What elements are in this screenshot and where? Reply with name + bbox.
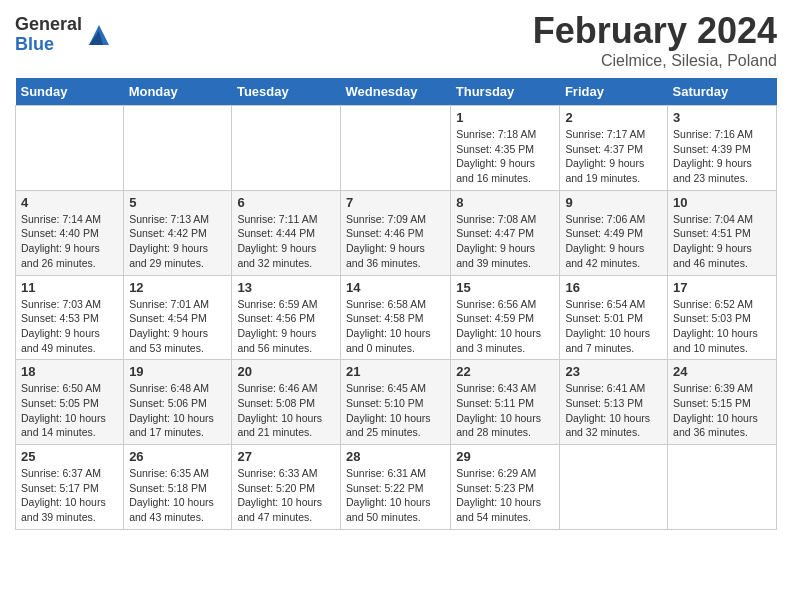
calendar-cell: 24Sunrise: 6:39 AM Sunset: 5:15 PM Dayli… bbox=[668, 360, 777, 445]
day-info: Sunrise: 6:54 AM Sunset: 5:01 PM Dayligh… bbox=[565, 297, 662, 356]
calendar-cell bbox=[560, 445, 668, 530]
day-number: 7 bbox=[346, 195, 445, 210]
calendar-cell: 2Sunrise: 7:17 AM Sunset: 4:37 PM Daylig… bbox=[560, 106, 668, 191]
day-number: 2 bbox=[565, 110, 662, 125]
header: General Blue February 2024 Cielmice, Sil… bbox=[15, 10, 777, 70]
calendar-cell: 3Sunrise: 7:16 AM Sunset: 4:39 PM Daylig… bbox=[668, 106, 777, 191]
day-number: 10 bbox=[673, 195, 771, 210]
day-info: Sunrise: 7:03 AM Sunset: 4:53 PM Dayligh… bbox=[21, 297, 118, 356]
calendar-cell: 18Sunrise: 6:50 AM Sunset: 5:05 PM Dayli… bbox=[16, 360, 124, 445]
calendar-cell: 10Sunrise: 7:04 AM Sunset: 4:51 PM Dayli… bbox=[668, 190, 777, 275]
day-number: 12 bbox=[129, 280, 226, 295]
logo-icon bbox=[85, 21, 113, 49]
day-number: 21 bbox=[346, 364, 445, 379]
day-info: Sunrise: 6:50 AM Sunset: 5:05 PM Dayligh… bbox=[21, 381, 118, 440]
day-number: 20 bbox=[237, 364, 335, 379]
calendar-cell: 21Sunrise: 6:45 AM Sunset: 5:10 PM Dayli… bbox=[340, 360, 450, 445]
calendar-cell bbox=[340, 106, 450, 191]
calendar-cell: 17Sunrise: 6:52 AM Sunset: 5:03 PM Dayli… bbox=[668, 275, 777, 360]
day-number: 28 bbox=[346, 449, 445, 464]
calendar-table: SundayMondayTuesdayWednesdayThursdayFrid… bbox=[15, 78, 777, 530]
day-info: Sunrise: 6:43 AM Sunset: 5:11 PM Dayligh… bbox=[456, 381, 554, 440]
calendar-cell: 4Sunrise: 7:14 AM Sunset: 4:40 PM Daylig… bbox=[16, 190, 124, 275]
day-number: 29 bbox=[456, 449, 554, 464]
title-section: February 2024 Cielmice, Silesia, Poland bbox=[533, 10, 777, 70]
calendar-cell: 22Sunrise: 6:43 AM Sunset: 5:11 PM Dayli… bbox=[451, 360, 560, 445]
day-info: Sunrise: 7:14 AM Sunset: 4:40 PM Dayligh… bbox=[21, 212, 118, 271]
day-info: Sunrise: 7:06 AM Sunset: 4:49 PM Dayligh… bbox=[565, 212, 662, 271]
day-info: Sunrise: 6:39 AM Sunset: 5:15 PM Dayligh… bbox=[673, 381, 771, 440]
day-number: 18 bbox=[21, 364, 118, 379]
calendar-cell: 15Sunrise: 6:56 AM Sunset: 4:59 PM Dayli… bbox=[451, 275, 560, 360]
calendar-cell: 1Sunrise: 7:18 AM Sunset: 4:35 PM Daylig… bbox=[451, 106, 560, 191]
column-header-tuesday: Tuesday bbox=[232, 78, 341, 106]
day-info: Sunrise: 6:58 AM Sunset: 4:58 PM Dayligh… bbox=[346, 297, 445, 356]
calendar-cell: 27Sunrise: 6:33 AM Sunset: 5:20 PM Dayli… bbox=[232, 445, 341, 530]
day-info: Sunrise: 7:08 AM Sunset: 4:47 PM Dayligh… bbox=[456, 212, 554, 271]
day-number: 9 bbox=[565, 195, 662, 210]
day-number: 24 bbox=[673, 364, 771, 379]
column-header-monday: Monday bbox=[124, 78, 232, 106]
calendar-cell: 6Sunrise: 7:11 AM Sunset: 4:44 PM Daylig… bbox=[232, 190, 341, 275]
calendar-cell: 12Sunrise: 7:01 AM Sunset: 4:54 PM Dayli… bbox=[124, 275, 232, 360]
week-row-5: 25Sunrise: 6:37 AM Sunset: 5:17 PM Dayli… bbox=[16, 445, 777, 530]
column-header-wednesday: Wednesday bbox=[340, 78, 450, 106]
day-info: Sunrise: 6:29 AM Sunset: 5:23 PM Dayligh… bbox=[456, 466, 554, 525]
calendar-cell: 7Sunrise: 7:09 AM Sunset: 4:46 PM Daylig… bbox=[340, 190, 450, 275]
calendar-cell: 9Sunrise: 7:06 AM Sunset: 4:49 PM Daylig… bbox=[560, 190, 668, 275]
day-info: Sunrise: 7:16 AM Sunset: 4:39 PM Dayligh… bbox=[673, 127, 771, 186]
calendar-cell bbox=[232, 106, 341, 191]
calendar-header-row: SundayMondayTuesdayWednesdayThursdayFrid… bbox=[16, 78, 777, 106]
logo: General Blue bbox=[15, 15, 113, 55]
month-title: February 2024 bbox=[533, 10, 777, 52]
day-info: Sunrise: 7:01 AM Sunset: 4:54 PM Dayligh… bbox=[129, 297, 226, 356]
day-info: Sunrise: 7:13 AM Sunset: 4:42 PM Dayligh… bbox=[129, 212, 226, 271]
day-number: 19 bbox=[129, 364, 226, 379]
day-number: 14 bbox=[346, 280, 445, 295]
day-number: 22 bbox=[456, 364, 554, 379]
day-info: Sunrise: 6:45 AM Sunset: 5:10 PM Dayligh… bbox=[346, 381, 445, 440]
day-info: Sunrise: 6:59 AM Sunset: 4:56 PM Dayligh… bbox=[237, 297, 335, 356]
calendar-cell: 8Sunrise: 7:08 AM Sunset: 4:47 PM Daylig… bbox=[451, 190, 560, 275]
location-subtitle: Cielmice, Silesia, Poland bbox=[533, 52, 777, 70]
day-number: 8 bbox=[456, 195, 554, 210]
day-info: Sunrise: 6:48 AM Sunset: 5:06 PM Dayligh… bbox=[129, 381, 226, 440]
week-row-4: 18Sunrise: 6:50 AM Sunset: 5:05 PM Dayli… bbox=[16, 360, 777, 445]
day-number: 25 bbox=[21, 449, 118, 464]
logo-general-text: General bbox=[15, 15, 82, 35]
calendar-cell: 5Sunrise: 7:13 AM Sunset: 4:42 PM Daylig… bbox=[124, 190, 232, 275]
day-info: Sunrise: 6:35 AM Sunset: 5:18 PM Dayligh… bbox=[129, 466, 226, 525]
calendar-cell: 19Sunrise: 6:48 AM Sunset: 5:06 PM Dayli… bbox=[124, 360, 232, 445]
day-info: Sunrise: 6:46 AM Sunset: 5:08 PM Dayligh… bbox=[237, 381, 335, 440]
day-number: 23 bbox=[565, 364, 662, 379]
week-row-3: 11Sunrise: 7:03 AM Sunset: 4:53 PM Dayli… bbox=[16, 275, 777, 360]
calendar-cell: 26Sunrise: 6:35 AM Sunset: 5:18 PM Dayli… bbox=[124, 445, 232, 530]
calendar-cell: 11Sunrise: 7:03 AM Sunset: 4:53 PM Dayli… bbox=[16, 275, 124, 360]
day-number: 26 bbox=[129, 449, 226, 464]
day-number: 11 bbox=[21, 280, 118, 295]
day-info: Sunrise: 7:17 AM Sunset: 4:37 PM Dayligh… bbox=[565, 127, 662, 186]
calendar-cell: 23Sunrise: 6:41 AM Sunset: 5:13 PM Dayli… bbox=[560, 360, 668, 445]
day-info: Sunrise: 6:31 AM Sunset: 5:22 PM Dayligh… bbox=[346, 466, 445, 525]
calendar-cell: 28Sunrise: 6:31 AM Sunset: 5:22 PM Dayli… bbox=[340, 445, 450, 530]
day-info: Sunrise: 6:56 AM Sunset: 4:59 PM Dayligh… bbox=[456, 297, 554, 356]
day-info: Sunrise: 6:52 AM Sunset: 5:03 PM Dayligh… bbox=[673, 297, 771, 356]
day-number: 13 bbox=[237, 280, 335, 295]
day-number: 3 bbox=[673, 110, 771, 125]
day-number: 27 bbox=[237, 449, 335, 464]
day-number: 16 bbox=[565, 280, 662, 295]
day-number: 1 bbox=[456, 110, 554, 125]
calendar-cell: 25Sunrise: 6:37 AM Sunset: 5:17 PM Dayli… bbox=[16, 445, 124, 530]
week-row-1: 1Sunrise: 7:18 AM Sunset: 4:35 PM Daylig… bbox=[16, 106, 777, 191]
calendar-cell bbox=[124, 106, 232, 191]
column-header-thursday: Thursday bbox=[451, 78, 560, 106]
calendar-cell: 16Sunrise: 6:54 AM Sunset: 5:01 PM Dayli… bbox=[560, 275, 668, 360]
day-number: 4 bbox=[21, 195, 118, 210]
calendar-cell: 13Sunrise: 6:59 AM Sunset: 4:56 PM Dayli… bbox=[232, 275, 341, 360]
day-info: Sunrise: 7:11 AM Sunset: 4:44 PM Dayligh… bbox=[237, 212, 335, 271]
column-header-friday: Friday bbox=[560, 78, 668, 106]
column-header-saturday: Saturday bbox=[668, 78, 777, 106]
day-number: 6 bbox=[237, 195, 335, 210]
day-number: 17 bbox=[673, 280, 771, 295]
day-info: Sunrise: 6:37 AM Sunset: 5:17 PM Dayligh… bbox=[21, 466, 118, 525]
